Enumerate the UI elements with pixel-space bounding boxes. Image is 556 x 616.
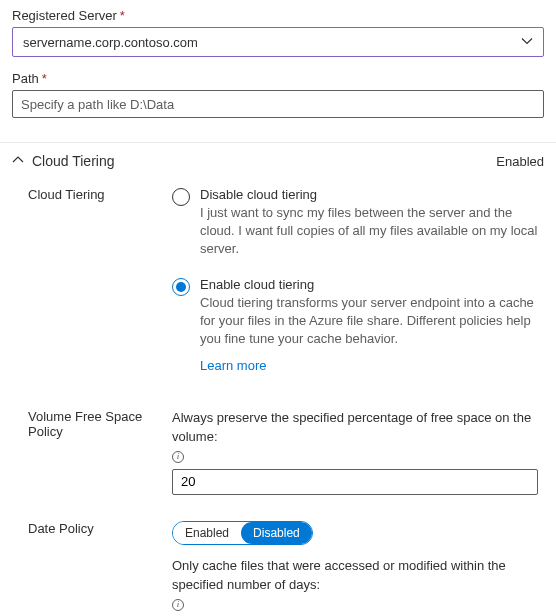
section-status: Enabled [496,154,544,169]
registered-server-dropdown[interactable]: servername.corp.contoso.com [12,27,544,57]
required-asterisk: * [42,71,47,86]
disable-cloud-tiering-radio[interactable] [172,188,190,206]
info-icon[interactable]: i [172,599,184,611]
date-policy-disabled-option[interactable]: Disabled [241,522,312,544]
cloud-tiering-section-header: Cloud Tiering Enabled [12,143,544,187]
enable-cloud-tiering-desc: Cloud tiering transforms your server end… [200,294,538,349]
disable-cloud-tiering-title: Disable cloud tiering [200,187,538,202]
path-label: Path* [12,71,544,86]
chevron-down-icon [521,35,533,50]
volume-policy-label: Volume Free Space Policy [12,409,172,495]
required-asterisk: * [120,8,125,23]
volume-policy-desc: Always preserve the specified percentage… [172,409,538,463]
info-icon[interactable]: i [172,451,184,463]
cloud-tiering-field-label: Cloud Tiering [12,187,172,383]
chevron-up-icon [12,154,24,169]
section-toggle[interactable]: Cloud Tiering [12,153,115,169]
registered-server-value: servername.corp.contoso.com [23,35,198,50]
learn-more-link[interactable]: Learn more [200,358,266,373]
date-policy-label: Date Policy [12,521,172,616]
date-policy-enabled-option[interactable]: Enabled [173,522,241,544]
registered-server-label: Registered Server* [12,8,544,23]
date-policy-desc: Only cache files that were accessed or m… [172,557,538,611]
disable-cloud-tiering-desc: I just want to sync my files between the… [200,204,538,259]
section-title: Cloud Tiering [32,153,115,169]
enable-cloud-tiering-title: Enable cloud tiering [200,277,538,292]
enable-cloud-tiering-radio[interactable] [172,278,190,296]
volume-free-space-input[interactable] [172,469,538,495]
path-input[interactable] [12,90,544,118]
date-policy-toggle: Enabled Disabled [172,521,313,545]
